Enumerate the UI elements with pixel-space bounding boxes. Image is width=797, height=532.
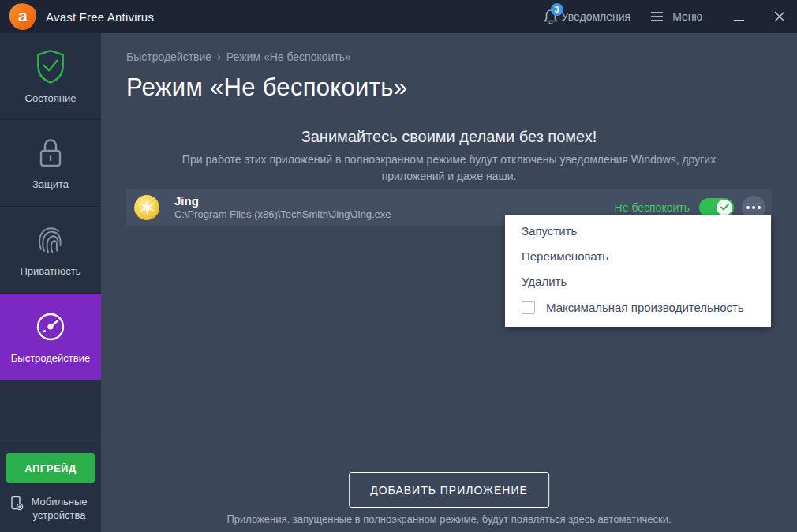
sidebar-item-performance[interactable]: Быстродействие	[0, 294, 101, 380]
max-performance-checkbox[interactable]	[522, 301, 535, 314]
subtitle: Занимайтесь своими делами без помех!	[101, 128, 797, 146]
description: При работе этих приложений в полноэкранн…	[173, 152, 725, 185]
context-menu: Запустить Переименовать Удалить Максимал…	[505, 215, 771, 327]
close-icon	[773, 10, 786, 23]
menu-item-rename[interactable]: Переименовать	[505, 244, 771, 269]
app-title: Avast Free Antivirus	[46, 10, 154, 24]
sidebar-item-label: Состояние	[25, 92, 77, 104]
notifications-badge: 3	[551, 3, 563, 16]
menu-item-run[interactable]: Запустить	[505, 219, 771, 244]
page-title: Режим «Не беспокоить»	[126, 73, 797, 102]
sidebar-item-status[interactable]: Состояние	[0, 33, 101, 120]
mobile-devices-label: Мобильные устройства	[28, 495, 91, 522]
app-path: C:\Program Files (x86)\TechSmith\Jing\Ji…	[174, 208, 391, 221]
jing-app-icon	[133, 194, 160, 221]
add-application-button[interactable]: ДОБАВИТЬ ПРИЛОЖЕНИЕ	[349, 472, 549, 508]
notifications-label: Уведомления	[562, 10, 631, 23]
titlebar: a Avast Free Antivirus 3 Уведомления Мен…	[0, 0, 797, 33]
lock-icon	[35, 136, 66, 170]
sidebar-item-protection[interactable]: Защита	[0, 120, 101, 207]
hamburger-icon	[651, 9, 663, 24]
ellipsis-icon	[746, 206, 750, 209]
sidebar-item-label: Быстродействие	[11, 352, 90, 364]
toggle-knob	[717, 200, 732, 215]
breadcrumb-page: Режим «Не беспокоить»	[226, 51, 351, 63]
mobile-device-icon	[10, 496, 24, 511]
upgrade-button[interactable]: АПГРЕЙД	[6, 453, 95, 483]
bell-icon: 3	[543, 8, 559, 25]
menu-item-max-performance[interactable]: Максимальная производительность	[505, 294, 771, 320]
sidebar-item-mobile-devices[interactable]: Мобильные устройства	[6, 495, 95, 522]
minimize-button[interactable]	[734, 11, 745, 22]
sidebar-item-label: Защита	[32, 178, 69, 190]
sidebar: Состояние Защита Приватность Быстродейст…	[0, 33, 101, 532]
gauge-icon	[33, 309, 68, 344]
breadcrumb-section[interactable]: Быстродействие	[126, 51, 211, 63]
footer-note: Приложения, запущенные в полноэкранном р…	[101, 513, 797, 525]
shield-check-icon	[34, 48, 67, 84]
status-label: Не беспокоить	[615, 201, 690, 214]
fingerprint-icon	[33, 223, 68, 257]
minimize-icon	[734, 20, 744, 21]
main-content: Быстродействие›Режим «Не беспокоить» Реж…	[101, 33, 797, 532]
max-performance-label: Максимальная производительность	[546, 301, 744, 314]
close-button[interactable]	[773, 10, 786, 23]
menu-button[interactable]: Меню	[651, 9, 702, 24]
menu-item-delete[interactable]: Удалить	[505, 269, 771, 294]
breadcrumb-separator: ›	[217, 51, 221, 63]
sidebar-item-label: Приватность	[20, 265, 80, 277]
avast-logo-icon: a	[9, 3, 36, 30]
menu-label: Меню	[672, 10, 702, 23]
sidebar-item-privacy[interactable]: Приватность	[0, 207, 101, 294]
do-not-disturb-toggle[interactable]	[699, 198, 734, 217]
breadcrumb: Быстродействие›Режим «Не беспокоить»	[126, 51, 797, 63]
sidebar-bottom: АПГРЕЙД Мобильные устройства	[0, 440, 101, 532]
notifications-button[interactable]: 3 Уведомления	[543, 8, 631, 25]
app-name: Jing	[174, 194, 391, 208]
